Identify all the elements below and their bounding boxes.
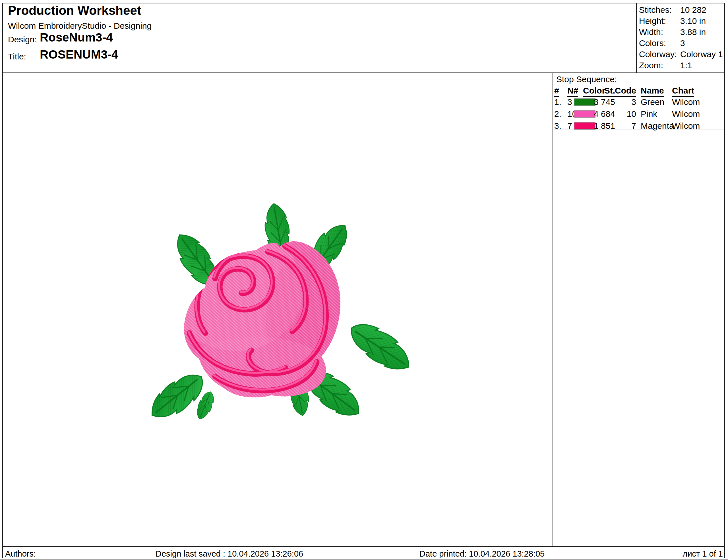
stop-number: 2.: [554, 109, 561, 119]
color-code: 10: [613, 109, 636, 119]
column-header-n: N#: [567, 86, 584, 97]
column-header-code: Code: [613, 86, 636, 97]
color-name: Green: [641, 97, 664, 107]
info-label: Stitches:: [639, 5, 672, 15]
page-border-left: [2, 3, 3, 558]
info-value: 3.10 in: [680, 16, 706, 26]
info-row: Zoom:1:1: [639, 61, 724, 72]
design-label: Design:: [8, 35, 37, 44]
stop-number: 1.: [554, 97, 561, 107]
design-name: RoseNum3-4: [40, 31, 113, 44]
info-value: 10 282: [680, 5, 706, 15]
stitch-count: 1 851: [586, 121, 615, 131]
authors-label: Authors:: [5, 549, 36, 559]
info-label: Colorway:: [639, 49, 677, 59]
info-value: 3.88 in: [680, 27, 706, 37]
column-header-chart: Chart: [672, 86, 694, 97]
footer-divider: [2, 546, 725, 547]
color-code: 3: [613, 97, 636, 107]
needle-number: 3: [567, 97, 572, 107]
stop-number: 3.: [554, 121, 561, 131]
info-value: 3: [680, 38, 685, 48]
info-label: Zoom:: [639, 61, 663, 70]
page-border-right: [724, 3, 725, 558]
thread-chart: Wilcom: [672, 97, 700, 107]
info-value: 1:1: [680, 61, 692, 70]
info-box-divider: [636, 3, 637, 73]
info-row: Width:3.88 in: [639, 27, 724, 38]
info-row: Colorway:Colorway 1: [639, 49, 724, 61]
info-row: Height:3.10 in: [639, 16, 724, 27]
page-border-bottom: [2, 558, 725, 558]
info-label: Width:: [639, 27, 663, 37]
column-header-name: Name: [641, 86, 664, 97]
info-row: Colors:3: [639, 38, 724, 49]
needle-number: 7: [567, 121, 572, 131]
stitch-count: 3 745: [586, 97, 615, 107]
column-header-num: #: [554, 86, 566, 97]
column-header-st: St.: [586, 86, 615, 97]
info-row: Stitches:10 282: [639, 5, 724, 16]
leaf-right: [344, 315, 415, 379]
window-bottom-edge: [0, 559, 728, 560]
rose-embroidery-artwork: [142, 199, 415, 421]
panel-divider: [553, 73, 553, 547]
page-number: лист 1 of 1: [683, 549, 723, 559]
stitch-count: 4 684: [586, 109, 615, 119]
info-label: Height:: [639, 16, 666, 26]
header-divider: [2, 73, 725, 73]
thread-chart: Wilcom: [672, 109, 700, 119]
info-label: Colors:: [639, 38, 666, 48]
color-name: Pink: [641, 109, 657, 119]
page-title: Production Worksheet: [8, 3, 141, 18]
color-code: 7: [613, 121, 636, 131]
stop-sequence-title: Stop Sequence:: [556, 75, 617, 84]
design-title: ROSENUM3-4: [40, 48, 118, 61]
info-value: Colorway 1: [680, 49, 723, 59]
title-label: Title:: [8, 52, 26, 61]
production-worksheet-page: { "header": { "title": "Production Works…: [0, 0, 728, 560]
color-name: Magenta: [641, 121, 674, 131]
app-subtitle: Wilcom EmbroideryStudio - Designing: [8, 21, 152, 31]
thread-chart: Wilcom: [672, 121, 700, 131]
date-printed-text: Date printed: 10.04.2026 13:28:05: [419, 549, 545, 559]
last-saved-text: Design last saved : 10.04.2026 13:26:06: [156, 549, 303, 559]
